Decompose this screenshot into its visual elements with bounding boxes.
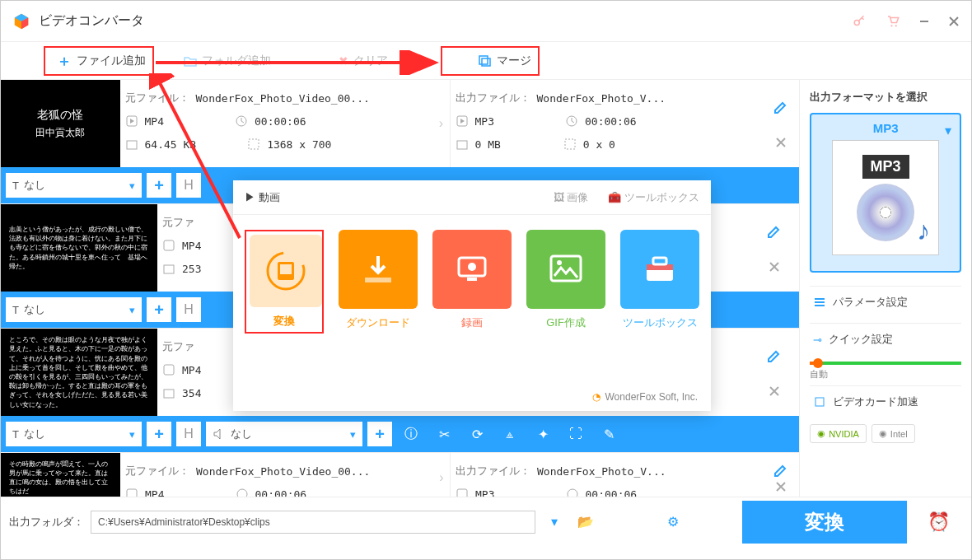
file-row: その時殿の鳴声が聞えて、一人の男が馬に乗ってやって来た。直は直に鳴の女は、殿の悟… [1,453,799,497]
minimize-icon[interactable] [918,16,930,27]
toolbar: ＋ ファイル追加 フォルダ追加 ✖ クリア マージ [1,42,971,80]
card-gif[interactable]: GIF作成 [526,230,605,334]
dim-icon [563,138,577,151]
app-title: ビデオコンバータ [39,12,144,30]
add-subtitle-button[interactable]: + [147,173,171,198]
edit-icon[interactable] [767,224,782,239]
add-file-button[interactable]: ＋ ファイル追加 [49,46,154,76]
svg-rect-19 [457,489,467,497]
clear-button[interactable]: ✖ クリア [330,49,396,73]
speaker-icon [213,428,226,440]
size-icon [125,138,138,151]
svg-rect-12 [565,139,575,149]
sliders-icon [813,296,826,309]
format-label: MP3 [818,121,953,135]
h-button[interactable]: H [176,422,201,446]
edit-icon[interactable] [767,348,782,363]
tab-tools[interactable]: 🧰 ツールボックス [608,190,699,205]
svg-rect-14 [164,265,174,273]
svg-rect-8 [249,139,259,149]
crop-icon[interactable]: ⟁ [496,422,524,446]
music-note-icon: ♪ [917,216,930,246]
format-icon [162,239,175,252]
alarm-icon[interactable]: ⏰ [914,501,963,544]
svg-point-30 [557,260,562,265]
merge-label: マージ [497,54,531,68]
output-path-input[interactable]: C:¥Users¥Administrator¥Desktop¥clips [91,511,535,534]
tab-video[interactable]: ▶ 動画 [245,190,280,205]
size-icon [162,386,175,399]
svg-rect-3 [479,56,488,64]
output-folder-label: 出力フォルダ： [9,515,84,530]
dropdown-icon[interactable]: ▾ [542,514,567,530]
svg-rect-16 [164,390,174,398]
close-icon[interactable] [948,16,960,27]
thumbnail[interactable]: ところで、その殿は眼のような月夜で独がよく見えた。ふと見ると、木の下に一足の鞍が… [1,329,157,416]
h-button[interactable]: H [176,297,201,322]
param-settings-button[interactable]: パラメータ設定 [810,286,961,318]
subtitle-dropdown[interactable]: Tなし▾ [6,297,142,322]
svg-point-2 [895,25,897,26]
subtitle-dropdown[interactable]: Tなし▾ [6,422,142,446]
adjust-icon[interactable]: ✎ [595,422,623,446]
thumbnail[interactable]: その時殿の鳴声が聞えて、一人の男が馬に乗ってやって来た。直は直に鳴の女は、殿の悟… [1,453,120,497]
svg-rect-24 [280,264,292,274]
format-icon [456,114,469,128]
output-format-title: 出力フォーマットを選択 [810,90,961,105]
remove-icon[interactable] [775,481,787,492]
gpu-accel-button[interactable]: ビデオカード加速 [810,385,961,418]
format-selector[interactable]: MP3 ▾ MP3 ♪ [810,113,961,273]
thumbnail[interactable]: 老狐の怪 田中貢太郎 [1,80,120,167]
rotate-icon[interactable]: ⟳ [463,422,491,446]
format-icon [125,488,138,497]
format-icon [456,488,469,497]
nvidia-chip: ◉NVIDIA [810,424,867,443]
svg-rect-11 [457,141,467,149]
quality-slider[interactable] [810,362,961,365]
intel-chip: ◉Intel [872,424,915,443]
open-folder-icon[interactable]: 📂 [573,514,598,530]
card-toolbox[interactable]: ツールボックス [620,230,699,334]
add-folder-label: フォルダ追加 [202,54,271,68]
titlebar: ビデオコンバータ [1,1,971,42]
merge-button[interactable]: マージ [470,49,540,73]
merge-icon [479,55,492,67]
remove-icon[interactable] [769,261,780,273]
subtitle-dropdown[interactable]: Tなし▾ [6,173,142,198]
remove-icon[interactable] [775,137,787,148]
cart-icon[interactable] [886,14,900,29]
add-file-label: ファイル追加 [77,54,146,68]
popup-footer: ◔WonderFox Soft, Inc. [592,391,699,403]
edit-icon[interactable] [773,100,788,114]
clock-icon [236,488,249,497]
h-button[interactable]: H [176,173,201,198]
clear-label: クリア [353,54,388,68]
card-convert[interactable]: 変換 [245,230,324,334]
convert-button[interactable]: 変換 [742,501,907,544]
svg-rect-21 [815,398,824,406]
remove-icon[interactable] [769,385,780,397]
key-icon[interactable] [853,14,867,29]
card-record[interactable]: 録画 [432,230,512,334]
thumbnail[interactable]: 志美という僧があったが、成行の殿しい僧で、法政も有以外の物は身に着けない。また月… [1,204,157,292]
format-image: MP3 ♪ [832,140,939,255]
audio-dropdown[interactable]: なし▾ [206,422,362,446]
svg-rect-28 [467,278,477,281]
add-folder-button[interactable]: フォルダ追加 [175,49,279,73]
svg-rect-15 [164,365,174,375]
auto-label: 自動 [810,368,961,380]
add-subtitle-button[interactable]: + [147,297,171,322]
watermark-icon[interactable]: ⛶ [562,422,590,446]
edit-icon[interactable] [773,463,788,478]
info-icon[interactable]: ⓘ [397,422,425,446]
effect-icon[interactable]: ✦ [529,422,557,446]
card-download[interactable]: ダウンロード [339,230,418,334]
format-icon [162,363,175,376]
cut-icon[interactable]: ✂ [430,422,458,446]
settings-folder-icon[interactable]: ⚙ [661,514,685,530]
welcome-popup: ▶ 動画 🖼 画像 🧰 ツールボックス 変換 ダウンロード 録画 GIF作成 [233,180,711,411]
add-subtitle-button[interactable]: + [147,422,171,446]
add-audio-button[interactable]: + [367,422,392,446]
tab-image[interactable]: 🖼 画像 [554,190,589,205]
clock-icon [235,114,248,128]
